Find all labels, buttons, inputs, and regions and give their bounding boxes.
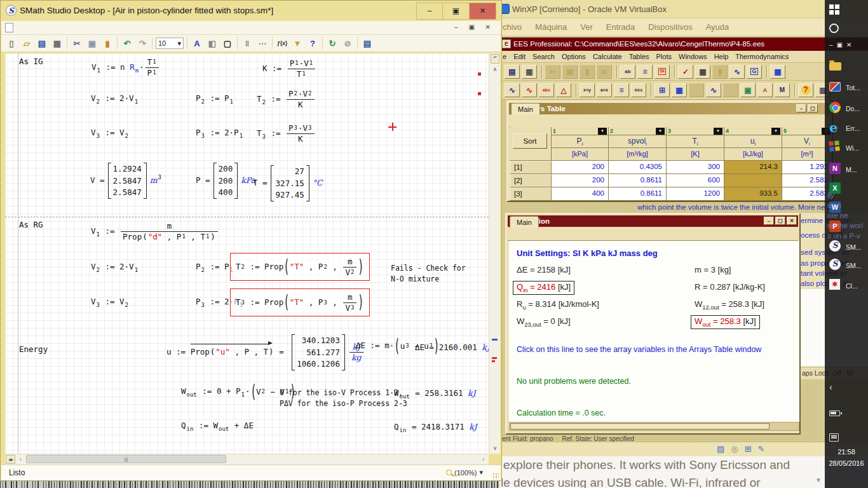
battery-status[interactable] (825, 407, 868, 424)
formula-rg-t3-error[interactable]: T3 := Prop("T" , P3 , mV3) (230, 288, 370, 316)
arrays-link-line[interactable]: Click on this line to see the array vari… (517, 345, 761, 354)
filter-icon[interactable]: ▼ (290, 37, 304, 50)
xy-window-icon[interactable]: x=y (580, 83, 595, 97)
ees-menubar-item-2[interactable]: Search (532, 53, 555, 60)
formula-ig-v2[interactable]: V2 := 2·V1 (91, 93, 139, 105)
plot-abc-icon[interactable]: abc (539, 83, 554, 97)
new-file-icon[interactable]: ▯ (4, 37, 18, 50)
ees-window-title[interactable]: EES Professional: C:\Command\EES\ees32\A… (499, 37, 868, 51)
taskbar-item-onenote[interactable]: NM... (825, 162, 868, 180)
plot-g-icon[interactable]: G (747, 65, 762, 79)
split-handle-icon[interactable]: ◂▸ (6, 455, 15, 464)
smath-maximize-button[interactable]: ▣ (443, 3, 470, 20)
formula-rg-v2[interactable]: V2 := 2·V1 (91, 262, 139, 274)
plot-window-2-icon[interactable]: ∿ (522, 83, 537, 97)
taskbar-item-edge[interactable]: eErr... (825, 121, 868, 139)
taskbar-item-total-commander[interactable]: Tot... (825, 80, 868, 98)
taskbar-item-explorer[interactable] (825, 59, 868, 77)
solution-close-button[interactable]: ✕ (787, 217, 797, 225)
clock-time[interactable]: 21:58 (825, 448, 868, 456)
solution-minimize-button[interactable]: – (764, 217, 774, 225)
row-header[interactable]: [2] (510, 174, 552, 187)
recalculate-icon[interactable]: ↻ (325, 37, 339, 50)
result-volume-vector[interactable]: V =1.29242.58472.5847m3 (90, 163, 161, 199)
print-icon[interactable]: ▦ (50, 37, 64, 50)
ees-menubar-item-4[interactable]: Calculate (593, 53, 622, 60)
aeq-window-icon[interactable]: a=x (597, 83, 612, 97)
solution-maximize-button[interactable]: ▢ (775, 217, 785, 225)
calculator-icon[interactable]: ▦ (695, 65, 710, 79)
plot-window-1-icon[interactable]: ∿ (505, 83, 520, 97)
resize-grip[interactable] (492, 473, 499, 479)
formula-w-out[interactable]: Wout := 0 + P1·(V2 − V1) (181, 386, 295, 398)
vbox-menubar-item-2[interactable]: Ver (580, 22, 593, 32)
taskbar-item-smath-2[interactable]: SSM... (825, 258, 868, 276)
m-report-icon[interactable]: M (775, 83, 790, 97)
sort-button[interactable]: Sort (513, 133, 547, 149)
list-window-icon[interactable]: ≡ (614, 83, 629, 97)
residuals-icon[interactable]: RES (631, 83, 646, 97)
formula-rg-v3[interactable]: V3 := V2 (91, 297, 129, 309)
start-button[interactable] (825, 4, 868, 22)
paste-icon[interactable]: ▮ (580, 65, 595, 79)
column-dropdown-icon[interactable]: ▼ (771, 128, 780, 135)
table-cell[interactable]: 600 (667, 174, 724, 187)
ees-menubar-item-9[interactable]: Thermodynamics (735, 53, 789, 60)
arrays-table-grid[interactable]: 1▼Pi[kPa]2▼spvoli[m³/kg]3▼Ti[K]4▼ui[kJ/k… (508, 102, 832, 201)
formula-rg-v1[interactable]: V1 := mProp("d" , P1 , T1) (91, 221, 219, 241)
table-cell[interactable]: 0.8611 (609, 187, 667, 201)
help-icon[interactable]: ? (798, 83, 813, 97)
result-temperature-vector[interactable]: T =27327.15927.45°C (253, 165, 323, 201)
scroll-thumb[interactable]: ||| (26, 455, 226, 463)
vbox-menubar-item-5[interactable]: Ayuda (706, 22, 729, 32)
new-plot-icon[interactable]: ∿ (729, 65, 745, 79)
si-units-icon[interactable]: SI (654, 65, 670, 79)
save-icon[interactable]: ▤ (505, 65, 520, 79)
smath-child-window-buttons[interactable]: – ▣ ✕ (454, 24, 495, 30)
print-icon[interactable]: ▦ (522, 65, 537, 79)
zoom-level[interactable]: (100%) (454, 469, 477, 477)
disabled-b-icon[interactable] (723, 83, 738, 97)
note-fails[interactable]: Fails - Check for N-O mixture (391, 263, 466, 285)
parametric-table-icon[interactable]: ▦ (770, 65, 785, 79)
disabled-a-icon[interactable] (689, 83, 704, 97)
ees-menubar-item-7[interactable]: Windows (679, 53, 707, 60)
note-work-processes[interactable]: 0 for the iso-V Process 1-2, PΔV for the… (280, 388, 407, 410)
format-icon[interactable]: ab (620, 65, 635, 79)
ees-menubar-item-0[interactable]: e (503, 53, 506, 60)
taskbar-item-smath-1[interactable]: SSM... (825, 240, 868, 257)
result-pressure-vector[interactable]: P =200200400kPa (196, 163, 255, 199)
label-as-rg[interactable]: As RG (19, 220, 43, 229)
undo-icon[interactable]: ↶ (120, 37, 134, 50)
open-file-icon[interactable]: ▱ (20, 37, 34, 50)
result-delta-e[interactable]: ΔE = 2160.001 kJ (415, 342, 489, 353)
units-icon[interactable]: ? (306, 37, 320, 50)
formula-ig-v3[interactable]: V3 := V2 (91, 128, 129, 140)
formula-rg-p2[interactable]: P2 := P1 (196, 262, 234, 274)
action-center-button[interactable] (825, 431, 868, 449)
scroll-left-icon[interactable]: ‹ (17, 455, 25, 464)
save-file-icon[interactable]: ▤ (35, 37, 49, 50)
align-vertical-icon[interactable]: ⋯ (255, 37, 269, 50)
cut-icon[interactable]: ✂ (70, 37, 84, 50)
align-horizontal-icon[interactable]: ‖ (240, 37, 254, 50)
copy-icon[interactable]: ▣ (85, 37, 99, 50)
ees-menubar-item-3[interactable]: Options (562, 53, 586, 60)
paste-icon[interactable]: ▮ (100, 37, 114, 50)
row-header[interactable]: [3] (510, 187, 552, 201)
vbox-menubar-item-1[interactable]: Máquina (535, 22, 567, 32)
column-dropdown-icon[interactable]: ▼ (598, 128, 607, 135)
fill-color-icon[interactable]: ◧ (205, 37, 219, 50)
formatted-equations-icon[interactable]: ≡ (637, 65, 653, 79)
formula-internal-energy[interactable]: u := Prop("u" , P , T) = 340.1203561.277… (166, 334, 365, 370)
table-cell[interactable]: 400 (552, 187, 609, 201)
side-panel-icon[interactable]: ▤ (360, 37, 374, 50)
picture-icon[interactable]: ▣ (740, 83, 756, 97)
ees-menubar-item-5[interactable]: Tables (629, 53, 649, 60)
row-header[interactable]: [1] (510, 161, 552, 174)
formula-ig-t2[interactable]: T2 := P2·V2K (257, 89, 316, 109)
solve-table-icon[interactable]: ▮ (712, 65, 728, 79)
table-window-icon[interactable]: ▦ (672, 83, 687, 97)
table-cell[interactable]: 300 (667, 161, 724, 174)
column-dropdown-icon[interactable]: ▼ (656, 128, 665, 135)
